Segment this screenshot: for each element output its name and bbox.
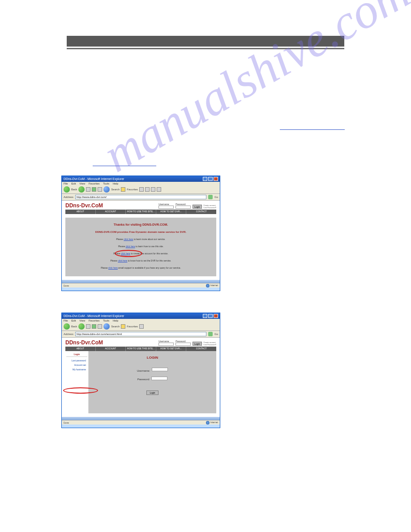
close-icon[interactable] <box>214 314 218 318</box>
go-icon[interactable] <box>208 332 213 336</box>
status-bar: Done Internet <box>62 283 220 287</box>
mail-icon[interactable] <box>145 187 150 192</box>
favorites-icon[interactable] <box>121 187 125 192</box>
sidebar-item-lost-password[interactable]: Lost password <box>66 358 87 363</box>
inline-password-input[interactable] <box>176 206 191 209</box>
inline-login: Username: Password: Login Create account… <box>158 340 216 346</box>
back-label: Back <box>71 325 77 328</box>
status-internet: Internet <box>210 284 218 287</box>
annotation-circle-create-account <box>115 250 142 257</box>
menu-tools[interactable]: Tools <box>103 182 109 185</box>
line-learn-more: Please click here to learn more about ou… <box>67 238 214 240</box>
go-label: Go <box>214 196 218 198</box>
link-howto-site[interactable]: click here <box>126 245 135 248</box>
site-nav: ABOUT ACCOUNT HOW TO USE THIS SITE... HO… <box>65 210 216 214</box>
search-icon[interactable] <box>103 186 110 193</box>
sidebar-item-account-set[interactable]: Account set <box>66 363 87 367</box>
maximize-icon[interactable] <box>208 314 213 318</box>
menu-help[interactable]: Help <box>113 319 118 322</box>
home-icon[interactable] <box>98 187 102 192</box>
minimize-icon[interactable] <box>203 314 207 318</box>
top-link-underline-2 <box>93 166 156 166</box>
progress-bar <box>62 417 220 420</box>
refresh-icon[interactable] <box>92 324 96 329</box>
home-icon[interactable] <box>98 324 102 329</box>
address-input[interactable] <box>75 332 206 336</box>
nav-howto-dvr[interactable]: HOW TO SET DVR... <box>156 347 187 351</box>
inline-login-button[interactable]: Login <box>193 342 201 346</box>
nav-howto-site[interactable]: HOW TO USE THIS SITE... <box>126 347 156 351</box>
history-icon[interactable] <box>139 187 144 192</box>
window-title: DDns-Dvr.CoM - Microsoft Internet Explor… <box>64 177 124 180</box>
address-bar: Address Go <box>62 331 220 338</box>
nav-account[interactable]: ACCOUNT <box>96 210 126 214</box>
search-label: Search <box>111 325 120 328</box>
username-label: Username: <box>137 369 150 372</box>
inline-login-button[interactable]: Login <box>193 205 201 209</box>
account-sidebar: Login Lost password Account set My hostn… <box>65 351 89 413</box>
annotation-circle-login <box>63 387 98 394</box>
menu-help[interactable]: Help <box>113 182 118 185</box>
nav-about[interactable]: ABOUT <box>65 210 96 214</box>
doc-header-bar <box>67 36 344 47</box>
window-title: DDns-Dvr.CoM - Microsoft Internet Explor… <box>64 314 124 317</box>
nav-account[interactable]: ACCOUNT <box>96 347 126 351</box>
close-icon[interactable] <box>214 177 218 181</box>
window-controls <box>203 314 218 318</box>
nav-contact[interactable]: CONTACT <box>186 347 216 351</box>
nav-howto-site[interactable]: HOW TO USE THIS SITE... <box>126 210 156 214</box>
status-bar: Done Internet <box>62 420 220 425</box>
toolbar: Back Search Favorites <box>62 322 220 331</box>
maximize-icon[interactable] <box>208 177 213 181</box>
lost-password-link[interactable]: Lost Password? <box>204 344 216 346</box>
refresh-icon[interactable] <box>92 187 96 192</box>
favorites-icon[interactable] <box>121 324 125 329</box>
progress-bar <box>62 280 220 283</box>
search-icon[interactable] <box>103 323 110 330</box>
menu-tools[interactable]: Tools <box>103 319 109 322</box>
favorites-label: Favorites <box>127 325 138 328</box>
inline-password-input[interactable] <box>176 343 191 346</box>
address-input[interactable] <box>75 195 206 199</box>
nav-howto-dvr[interactable]: HOW TO SET DVR... <box>156 210 187 214</box>
menu-file[interactable]: File <box>64 182 68 185</box>
menu-edit[interactable]: Edit <box>71 182 76 185</box>
sidebar-item-my-hostname[interactable]: My hostname <box>66 367 87 372</box>
stop-icon[interactable] <box>86 324 90 329</box>
lost-password-link[interactable]: Lost Password? <box>204 207 216 209</box>
favorites-label: Favorites <box>127 188 138 191</box>
minimize-icon[interactable] <box>203 177 207 181</box>
forward-icon[interactable] <box>78 186 85 193</box>
nav-about[interactable]: ABOUT <box>65 347 96 351</box>
menu-edit[interactable]: Edit <box>71 319 76 322</box>
link-email-support[interactable]: click here <box>108 266 118 269</box>
menu-favorites[interactable]: Favorites <box>89 319 100 322</box>
menu-file[interactable]: File <box>64 319 68 322</box>
print-icon[interactable] <box>151 187 155 192</box>
inline-username-input[interactable] <box>158 206 174 209</box>
password-input[interactable] <box>151 377 167 380</box>
stop-icon[interactable] <box>86 187 90 192</box>
page2-layout: Login Lost password Account set My hostn… <box>65 351 216 413</box>
menu-view[interactable]: View <box>79 319 85 322</box>
history-icon[interactable] <box>139 324 144 329</box>
link-learn-more[interactable]: click here <box>124 238 133 240</box>
go-icon[interactable] <box>208 195 213 199</box>
menu-view[interactable]: View <box>79 182 85 185</box>
menu-favorites[interactable]: Favorites <box>89 182 100 185</box>
page-content-1: DDns-Dvr.CoM Username: Password: Login C… <box>62 201 220 283</box>
sidebar-login-head[interactable]: Login <box>66 353 87 357</box>
inline-username-input[interactable] <box>158 343 174 346</box>
status-internet: Internet <box>210 421 218 424</box>
login-submit-button[interactable]: Login <box>146 390 158 395</box>
back-icon[interactable] <box>64 323 70 330</box>
nav-contact[interactable]: CONTACT <box>186 210 216 214</box>
watermark-text: manualshive.com <box>94 0 411 184</box>
forward-icon[interactable] <box>78 323 85 330</box>
back-icon[interactable] <box>64 186 70 193</box>
status-done: Done <box>64 284 69 287</box>
edit-icon[interactable] <box>157 187 161 192</box>
link-set-dvr[interactable]: click here <box>118 259 127 262</box>
browser-window-2: DDns-Dvr.CoM - Microsoft Internet Explor… <box>61 313 220 428</box>
username-input[interactable] <box>152 368 168 371</box>
